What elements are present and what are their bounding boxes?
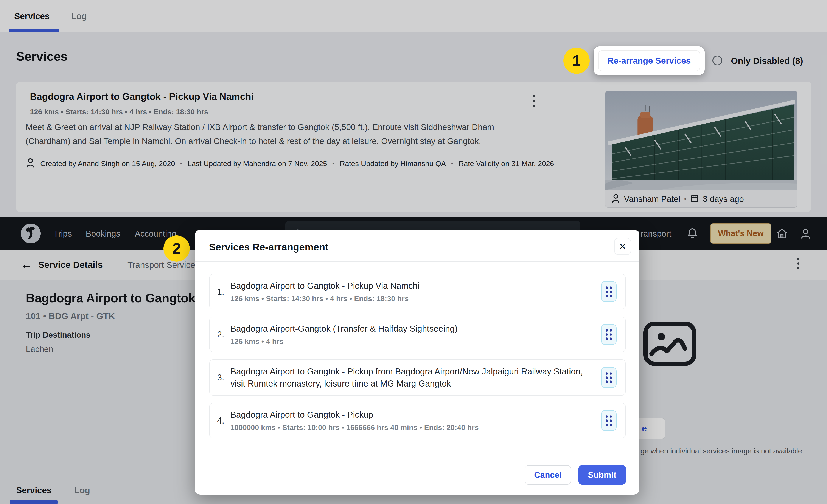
image-caption-time: 3 days ago <box>703 194 744 204</box>
rearrange-list-item: 2. Bagdogra Airport-Gangtok (Transfer & … <box>209 317 626 352</box>
partial-image-button-label: e <box>642 418 647 439</box>
detail-page-title: Bagdogra Airport to Gangtok <box>26 291 195 305</box>
only-disabled-label[interactable]: Only Disabled (8) <box>731 56 803 66</box>
item-meta: 126 kms • Starts: 14:30 hrs • 4 hrs • En… <box>231 293 595 303</box>
service-image-card: Vansham Patel • 3 days ago <box>605 91 797 208</box>
page-title: Services <box>16 49 67 63</box>
item-number: 1. <box>217 287 231 296</box>
image-caption-name: Vansham Patel <box>624 194 680 204</box>
item-meta: 126 kms • 4 hrs <box>231 336 595 346</box>
item-number: 2. <box>217 330 231 339</box>
tab-services-top[interactable]: Services <box>14 0 50 32</box>
tour-step-2-badge: 2 <box>163 235 190 262</box>
tab-log-top[interactable]: Log <box>71 0 87 32</box>
item-title: Bagdogra Airport to Gangtok - Pickup fro… <box>231 366 595 390</box>
item-number: 4. <box>217 416 231 426</box>
modal-footer-divider <box>195 447 639 447</box>
app-screen: Services Log Services Only Disabled (8) … <box>0 0 827 504</box>
service-card-title: Bagdogra Airport to Gangtok - Pickup Via… <box>30 91 254 102</box>
submit-button[interactable]: Submit <box>579 465 626 485</box>
service-card-meta: 126 kms • Starts: 14:30 hrs • 4 hrs • En… <box>30 108 208 116</box>
rates-updated-text: Rates Updated by Himanshu QA <box>340 160 446 168</box>
active-tab-underline <box>9 29 59 32</box>
drag-handle-icon[interactable] <box>601 281 617 302</box>
separator-dot-icon: • <box>684 195 687 203</box>
service-card-description: Meet & Greet on arrival at NJP Railway S… <box>26 120 519 148</box>
service-card-audit-row: Created by Anand Singh on 15 Aug, 2020 •… <box>26 158 554 170</box>
only-disabled-radio[interactable] <box>713 56 722 65</box>
airport-photo <box>605 91 797 190</box>
item-title: Bagdogra Airport-Gangtok (Transfer & Hal… <box>231 323 595 335</box>
subheader-title: Service Details <box>38 260 103 270</box>
image-caption: Vansham Patel • 3 days ago <box>605 190 797 208</box>
item-title: Bagdogra Airport to Gangtok - Pickup <box>231 409 595 421</box>
drag-handle-icon[interactable] <box>601 410 617 431</box>
nav-item-bookings[interactable]: Bookings <box>86 217 120 250</box>
person-icon <box>612 193 620 205</box>
subheader-kebab-menu-icon[interactable] <box>794 258 802 269</box>
item-title: Bagdogra Airport to Gangtok - Pickup Via… <box>231 280 595 292</box>
tab-log-bottom[interactable]: Log <box>74 482 90 499</box>
service-card: Bagdogra Airport to Gangtok - Pickup Via… <box>16 82 811 212</box>
rearrange-list-item: 4. Bagdogra Airport to Gangtok - Pickup … <box>209 403 626 438</box>
back-arrow-icon[interactable]: ← <box>21 258 32 271</box>
notifications-bell-icon[interactable] <box>686 227 699 240</box>
detail-code-route: 101 • BDG Arpt - GTK <box>26 311 115 321</box>
services-rearrangement-modal: Services Re-arrangement ✕ 1. Bagdogra Ai… <box>195 230 639 495</box>
item-number: 3. <box>217 373 231 382</box>
rearrange-services-button[interactable]: Re-arrange Services <box>598 50 700 71</box>
rearrange-list: 1. Bagdogra Airport to Gangtok - Pickup … <box>209 274 626 438</box>
brand-logo-icon[interactable] <box>20 223 41 245</box>
separator-dot-icon: • <box>180 160 183 167</box>
rearrange-list-item: 3. Bagdogra Airport to Gangtok - Pickup … <box>209 359 626 396</box>
rate-validity-text: Rate Validity on 31 Mar, 2026 <box>458 160 554 168</box>
rearrange-list-item: 1. Bagdogra Airport to Gangtok - Pickup … <box>209 274 626 310</box>
item-meta: 1000000 kms • Starts: 10:00 hrs • 166666… <box>231 423 595 432</box>
modal-header-divider <box>195 262 639 262</box>
trip-destinations-label: Trip Destinations <box>26 331 91 340</box>
calendar-icon <box>690 194 699 205</box>
profile-icon[interactable] <box>799 227 812 240</box>
active-tab-underline-bottom <box>10 500 57 504</box>
created-by-text: Created by Anand Singh on 15 Aug, 2020 <box>40 160 175 168</box>
nav-item-trips[interactable]: Trips <box>53 217 72 250</box>
person-icon <box>26 158 35 170</box>
drag-handle-icon[interactable] <box>601 367 617 388</box>
image-note-text: ge when individual services image is not… <box>640 447 804 455</box>
nav-item-transport[interactable]: Transport <box>636 217 671 250</box>
tab-transport-service[interactable]: Transport Service <box>128 260 195 270</box>
modal-title: Services Re-arrangement <box>209 241 329 253</box>
close-icon[interactable]: ✕ <box>614 238 631 255</box>
separator-dot-icon: • <box>451 160 453 167</box>
vertical-divider <box>120 258 120 272</box>
cancel-button[interactable]: Cancel <box>525 465 571 485</box>
image-placeholder-icon <box>643 321 697 367</box>
tour-step-1-badge: 1 <box>564 48 590 74</box>
home-icon[interactable] <box>776 227 788 240</box>
last-updated-text: Last Updated by Mahendra on 7 Nov, 2025 <box>188 160 327 168</box>
tab-services-bottom[interactable]: Services <box>16 482 52 499</box>
trip-destinations-value: Lachen <box>26 344 53 354</box>
separator-dot-icon: • <box>332 160 335 167</box>
service-card-kebab-menu-icon[interactable] <box>530 95 538 107</box>
drag-handle-icon[interactable] <box>601 324 617 345</box>
whats-new-button[interactable]: What's New <box>710 223 771 243</box>
top-tab-bar: Services Log <box>0 0 827 32</box>
